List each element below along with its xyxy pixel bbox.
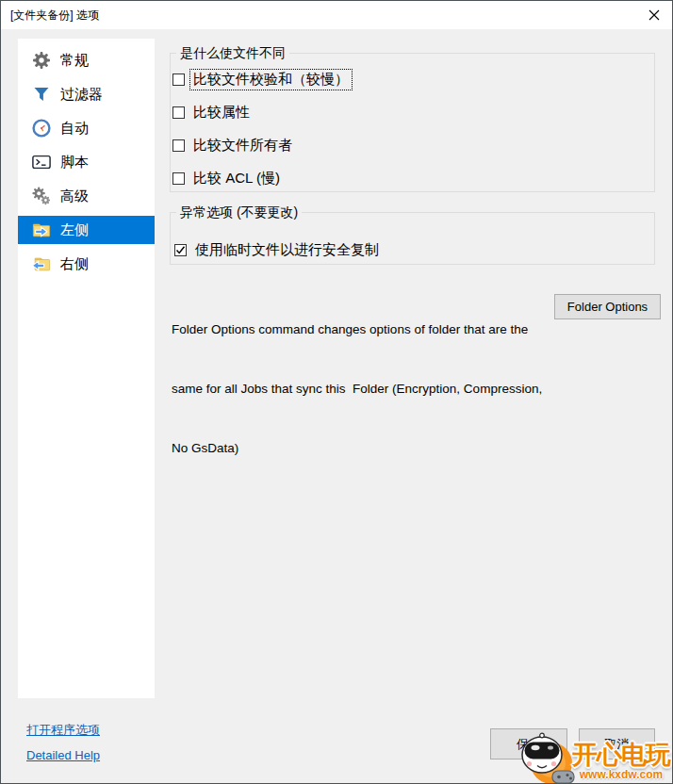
checkbox-label: 比较 ACL (慢)	[190, 169, 283, 188]
checkbox-compare-checksum[interactable]: 比较文件校验和（较慢）	[172, 71, 352, 88]
sidebar-item-left[interactable]: 左侧	[18, 216, 155, 244]
group-title: 是什么使文件不同	[176, 45, 289, 62]
sidebar-item-label: 过滤器	[60, 86, 103, 104]
watermark-url: www.kxdw.com	[572, 769, 670, 781]
close-button[interactable]	[642, 4, 666, 26]
sidebar-item-label: 高级	[60, 188, 89, 205]
clock-icon	[32, 119, 51, 138]
description-line: Folder Options command changes options o…	[172, 319, 552, 339]
sidebar-item-label: 左侧	[60, 221, 89, 239]
checkbox-label: 使用临时文件以进行安全复制	[192, 240, 382, 260]
sidebar-item-label: 常规	[60, 52, 89, 70]
detailed-help-link[interactable]: Detailed Help	[26, 748, 100, 762]
sidebar: 常规 过滤器 自动	[18, 39, 155, 698]
sidebar-item-advanced[interactable]: 高级	[18, 182, 155, 210]
checkbox-box[interactable]	[172, 106, 185, 119]
checkbox-box-checked[interactable]	[174, 244, 187, 256]
checkbox-box[interactable]	[172, 172, 185, 185]
folder-right-arrow-icon	[32, 220, 51, 239]
watermark-title: 开心电玩	[572, 741, 670, 769]
close-icon	[648, 9, 660, 21]
folder-options-button[interactable]: Folder Options	[554, 294, 661, 319]
group-title: 异常选项 (不要更改)	[176, 204, 302, 221]
sidebar-item-right[interactable]: 右侧	[18, 250, 155, 278]
folder-left-arrow-icon	[32, 254, 51, 273]
checkbox-compare-acl[interactable]: 比较 ACL (慢)	[172, 170, 283, 187]
description-line: same for all Jobs that sync this Folder …	[172, 379, 552, 399]
checkbox-label: 比较文件所有者	[190, 136, 295, 155]
title-bar: [文件夹备份] 选项	[1, 1, 672, 29]
checkbox-box[interactable]	[172, 74, 185, 86]
checkbox-use-temp-files[interactable]: 使用临时文件以进行安全复制	[174, 241, 382, 258]
sidebar-item-script[interactable]: 脚本	[18, 148, 155, 176]
watermark-text: 开心电玩 www.kxdw.com	[572, 741, 670, 781]
checkbox-label: 比较属性	[190, 103, 253, 122]
console-icon	[32, 153, 51, 172]
description-line: No GsData)	[172, 438, 552, 458]
open-program-options-link[interactable]: 打开程序选项	[26, 722, 100, 739]
sidebar-item-label: 右侧	[60, 255, 89, 273]
sidebar-item-auto[interactable]: 自动	[18, 114, 155, 142]
window-title: [文件夹备份] 选项	[10, 1, 99, 29]
sidebar-item-filters[interactable]: 过滤器	[18, 80, 155, 108]
filter-icon	[32, 85, 51, 104]
sidebar-item-general[interactable]: 常规	[18, 46, 155, 74]
sidebar-item-label: 自动	[60, 120, 89, 138]
folder-options-description: Folder Options command changes options o…	[172, 280, 552, 498]
checkbox-label: 比较文件校验和（较慢）	[190, 70, 352, 90]
kxdw-watermark: 开心电玩 www.kxdw.com	[519, 730, 670, 783]
checkbox-box[interactable]	[172, 139, 185, 152]
mascot-icon	[517, 732, 578, 784]
sidebar-item-label: 脚本	[60, 154, 89, 172]
gear-icon	[32, 51, 51, 70]
options-dialog: [文件夹备份] 选项 常规	[0, 0, 673, 784]
checkbox-compare-owner[interactable]: 比较文件所有者	[172, 137, 295, 154]
checkbox-compare-attributes[interactable]: 比较属性	[172, 104, 253, 121]
checkmark-icon	[175, 245, 186, 255]
gears-icon	[32, 187, 51, 205]
